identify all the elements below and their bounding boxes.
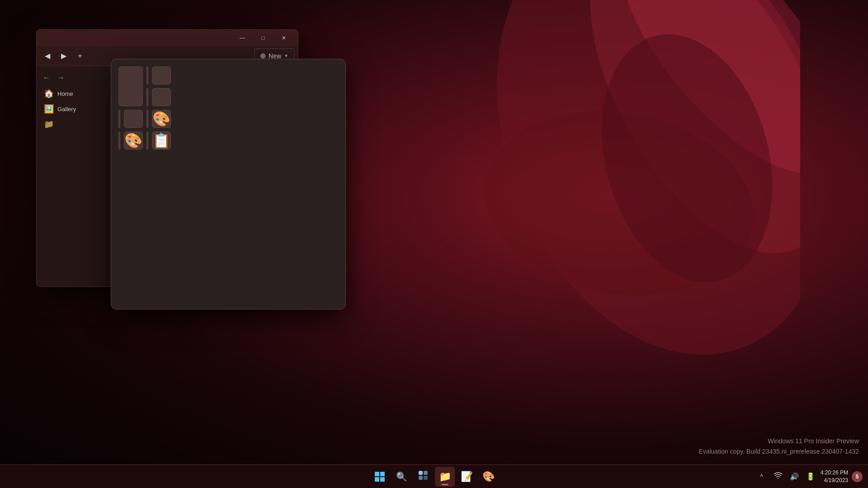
widgets-button[interactable] [413,467,433,487]
snap-cell-r3c3[interactable] [146,110,148,128]
svg-rect-7 [419,476,423,480]
wifi-icon [774,472,782,481]
chevron-up-icon: ^ [760,473,763,480]
paint-taskbar-button[interactable]: 🎨 [478,467,498,487]
notepad-taskbar-icon: 📝 [461,471,473,483]
clock-time: 4:20:26 PM [821,469,848,477]
chevron-button[interactable]: ^ [755,470,768,483]
snap-cell-r4c4-notepad[interactable]: 📋 [152,131,171,150]
widgets-icon [418,470,428,483]
start-button[interactable] [370,467,390,487]
snap-cell-r2c4[interactable] [152,88,171,106]
home-icon: 🏠 [44,89,54,99]
close-button[interactable]: ✕ [274,31,294,45]
back-arrow-icon: ◀ [45,52,50,60]
notepad-icon: 📋 [152,132,170,149]
snap-cell-r2c3[interactable] [146,88,148,106]
snap-cell-r4c1[interactable] [118,131,120,150]
paint-taskbar-icon: 🎨 [482,471,495,483]
sidebar-home-label: Home [57,90,73,97]
paint-icon-large: 🎨 [152,110,170,127]
file-explorer-icon: 📁 [439,471,451,483]
sidebar-back-icon: ← [43,74,50,82]
taskbar-center: 🔍 📁 📝 🎨 [370,467,498,487]
taskbar: 🔍 📁 📝 🎨 [0,465,868,488]
volume-button[interactable]: 🔊 [788,470,801,483]
sidebar-forward-button[interactable]: → [55,71,67,84]
snap-cell-r1c12[interactable] [118,66,143,106]
plus-icon: + [78,52,82,60]
new-chevron-icon: ▼ [284,53,288,58]
wifi-button[interactable] [772,470,784,483]
sidebar-gallery-label: Gallery [57,106,76,113]
battery-icon: 🔋 [806,472,815,481]
sidebar-back-button[interactable]: ← [40,71,53,84]
snap-cell-r3c4-paint[interactable]: 🎨 [152,110,171,128]
sidebar-forward-icon: → [57,74,65,82]
file-explorer-titlebar: — □ ✕ [37,30,298,46]
svg-rect-6 [424,471,428,475]
gallery-icon: 🖼️ [44,104,54,114]
windows-logo-icon [375,472,385,482]
search-icon: 🔍 [396,471,407,482]
folder-small-icon: 📁 [44,119,54,129]
nav-forward-button[interactable]: ▶ [57,49,71,63]
nav-back-button[interactable]: ◀ [40,49,55,63]
svg-rect-5 [419,471,423,475]
snap-cell-r3c1[interactable] [118,110,120,128]
search-button[interactable]: 🔍 [392,467,411,487]
snap-cell-r3c2[interactable] [124,110,143,128]
maximize-button[interactable]: □ [253,31,274,45]
add-tab-button[interactable]: + [73,49,87,63]
battery-button[interactable]: 🔋 [804,470,817,483]
system-clock[interactable]: 4:20:26 PM 4/19/2023 [821,469,848,484]
desktop-swirl [439,0,800,407]
notepad-taskbar-button[interactable]: 📝 [457,467,476,487]
snap-cell-r4c2[interactable]: 🎨 [124,131,143,150]
snap-cell-r1c4[interactable] [152,66,171,84]
volume-icon: 🔊 [790,472,799,481]
window-controls: — □ ✕ [232,31,294,45]
minimize-button[interactable]: — [232,31,253,45]
snap-layout-popup: 🎨 🎨 📋 [111,59,346,310]
clock-date: 4/19/2023 [821,477,848,484]
taskbar-system-tray: ^ 🔊 🔋 4:20:26 PM 4/19/2023 5 [755,469,863,484]
snap-cell-r1c3[interactable] [146,66,148,84]
snap-grid: 🎨 🎨 📋 [118,66,171,150]
paint-icon-small: 🎨 [124,132,142,149]
svg-rect-8 [424,476,428,480]
file-explorer-taskbar-button[interactable]: 📁 [435,467,455,487]
snap-cell-r4c3[interactable] [146,131,148,150]
notification-badge[interactable]: 5 [852,471,863,482]
forward-arrow-icon: ▶ [61,52,66,60]
